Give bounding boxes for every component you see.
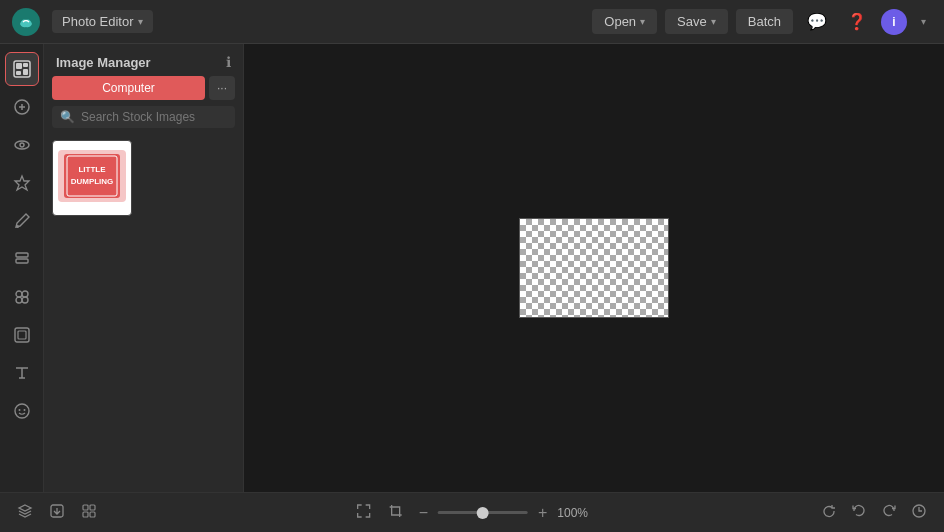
zoom-out-button[interactable]: − — [415, 502, 432, 524]
stock-search-box: 🔍 — [52, 106, 235, 128]
objects-icon-button[interactable] — [5, 280, 39, 314]
images-icon-button[interactable] — [5, 52, 39, 86]
user-avatar[interactable]: i — [881, 9, 907, 35]
canvas-area — [244, 44, 944, 492]
refresh-icon-button[interactable] — [816, 500, 842, 525]
search-icon: 🔍 — [60, 110, 75, 124]
svg-rect-32 — [83, 512, 88, 517]
svg-rect-30 — [83, 505, 88, 510]
footer-left-tools — [12, 500, 102, 525]
brush-icon-button[interactable] — [5, 204, 39, 238]
save-label: Save — [677, 14, 707, 29]
thumbnail-image: LITTLE DUMPLING — [53, 141, 131, 215]
app-title-chevron: ▾ — [138, 16, 143, 27]
fit-screen-icon-button[interactable] — [351, 500, 377, 525]
svg-marker-28 — [19, 505, 31, 511]
app-footer: − + 100% — [0, 492, 944, 532]
open-button[interactable]: Open ▾ — [592, 9, 657, 34]
panel-header: Image Manager ℹ — [44, 44, 243, 76]
layers-icon-button[interactable] — [5, 242, 39, 276]
svg-point-21 — [23, 409, 25, 411]
open-label: Open — [604, 14, 636, 29]
chat-icon-button[interactable]: 💬 — [801, 8, 833, 35]
svg-rect-18 — [18, 331, 26, 339]
app-body: Image Manager ℹ Computer ··· 🔍 LITTLE — [0, 44, 944, 492]
svg-point-15 — [22, 291, 28, 297]
app-title-label: Photo Editor — [62, 14, 134, 29]
panel-tabs: Computer ··· — [44, 76, 243, 106]
effects-icon-button[interactable] — [5, 166, 39, 200]
svg-rect-31 — [90, 505, 95, 510]
svg-point-14 — [22, 297, 28, 303]
svg-point-8 — [20, 143, 24, 147]
redo-icon-button[interactable] — [876, 500, 902, 525]
stickers-icon-button[interactable] — [5, 394, 39, 428]
avatar-initial: i — [892, 15, 895, 29]
computer-tab[interactable]: Computer — [52, 76, 205, 100]
avatar-chevron-button[interactable]: ▾ — [915, 12, 932, 31]
image-manager-panel: Image Manager ℹ Computer ··· 🔍 LITTLE — [44, 44, 244, 492]
zoom-in-button[interactable]: + — [534, 502, 551, 524]
image-grid: LITTLE DUMPLING — [44, 136, 243, 220]
svg-text:DUMPLING: DUMPLING — [71, 177, 114, 186]
open-chevron: ▾ — [640, 16, 645, 27]
svg-rect-2 — [16, 63, 22, 69]
sidebar-icons — [0, 44, 44, 492]
svg-point-19 — [15, 404, 29, 418]
search-input[interactable] — [81, 110, 227, 124]
zoom-percent: 100% — [557, 506, 593, 520]
svg-rect-33 — [90, 512, 95, 517]
batch-button[interactable]: Batch — [736, 9, 793, 34]
svg-point-20 — [18, 409, 20, 411]
footer-right-controls — [816, 500, 932, 525]
history-icon-button[interactable] — [906, 500, 932, 525]
svg-point-13 — [16, 291, 22, 297]
app-header: Photo Editor ▾ Open ▾ Save ▾ Batch 💬 ❓ i… — [0, 0, 944, 44]
eye-icon-button[interactable] — [5, 128, 39, 162]
grid-icon-button[interactable] — [76, 500, 102, 525]
crop-icon-button[interactable] — [383, 500, 409, 525]
svg-rect-11 — [16, 253, 28, 257]
app-title-button[interactable]: Photo Editor ▾ — [52, 10, 153, 33]
list-item[interactable]: LITTLE DUMPLING — [52, 140, 132, 216]
canvas — [519, 218, 669, 318]
svg-rect-4 — [23, 63, 28, 67]
panel-title: Image Manager — [56, 55, 151, 70]
frames-icon-button[interactable] — [5, 318, 39, 352]
save-button[interactable]: Save ▾ — [665, 9, 728, 34]
svg-point-7 — [15, 141, 29, 149]
adjustments-icon-button[interactable] — [5, 90, 39, 124]
svg-marker-9 — [15, 176, 29, 190]
svg-text:LITTLE: LITTLE — [78, 165, 106, 174]
panel-info-button[interactable]: ℹ — [226, 54, 231, 70]
svg-point-10 — [16, 225, 19, 228]
help-icon-button[interactable]: ❓ — [841, 8, 873, 35]
layers-footer-icon-button[interactable] — [12, 500, 38, 525]
svg-point-16 — [16, 297, 22, 303]
undo-icon-button[interactable] — [846, 500, 872, 525]
footer-center-controls: − + 100% — [351, 500, 594, 525]
export-icon-button[interactable] — [44, 500, 70, 525]
more-tab[interactable]: ··· — [209, 76, 235, 100]
svg-rect-17 — [15, 328, 29, 342]
svg-rect-3 — [16, 71, 21, 75]
app-logo — [12, 8, 40, 36]
svg-rect-5 — [23, 69, 28, 75]
zoom-slider[interactable] — [438, 511, 528, 514]
svg-rect-24 — [64, 154, 120, 198]
batch-label: Batch — [748, 14, 781, 29]
svg-rect-12 — [16, 259, 28, 263]
text-icon-button[interactable] — [5, 356, 39, 390]
save-chevron: ▾ — [711, 16, 716, 27]
